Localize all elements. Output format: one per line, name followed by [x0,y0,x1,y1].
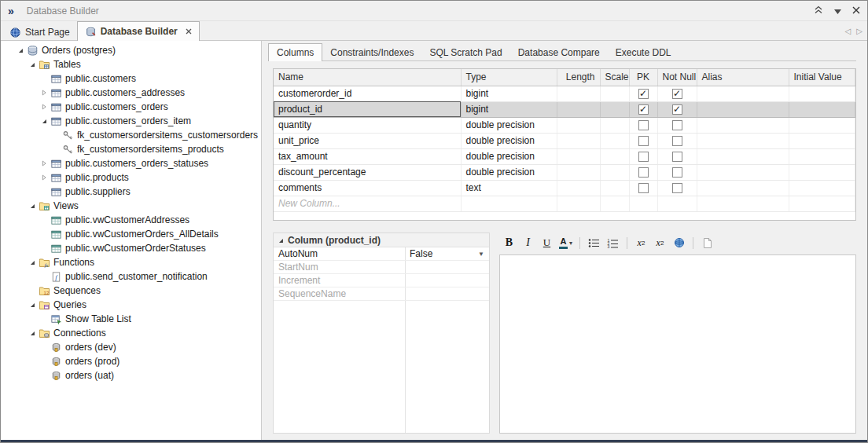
not-null-checkbox[interactable] [672,89,682,99]
close-frame-icon[interactable] [852,5,860,16]
cell-type[interactable]: double precision [461,148,557,164]
cell-scale[interactable] [600,133,629,148]
not-null-checkbox[interactable] [672,104,682,115]
cell-length[interactable] [557,117,600,133]
cell-length[interactable] [557,86,600,101]
tree-item-public-customers[interactable]: public.customers [1,71,261,86]
main-tab-constraints-indexes[interactable]: Constraints/Indexes [322,44,421,61]
tree-item-orders-dev[interactable]: orders (dev) [1,340,261,354]
cell-scale[interactable] [600,101,629,117]
expand-open-icon[interactable] [277,236,285,244]
cell-name[interactable]: quantity [274,117,461,133]
empty-cell[interactable] [789,196,855,211]
expand-closed-icon[interactable] [39,159,50,167]
column-header-initial-value[interactable]: Initial Value [789,69,855,86]
tree-item-functions[interactable]: fxFunctions [1,255,261,269]
cell-length[interactable] [557,180,600,196]
cell-scale[interactable] [600,164,629,180]
expand-open-icon[interactable] [39,117,50,125]
main-tab-execute-ddl[interactable]: Execute DDL [608,44,679,61]
tree-item-public-customers-orders-statuses[interactable]: public.customers_orders_statuses [1,156,261,170]
column-row-tax-amount[interactable]: tax_amountdouble precision [274,148,855,164]
pk-checkbox[interactable] [638,136,649,146]
bullet-list-button[interactable] [586,235,602,251]
cell-initial-value[interactable] [789,148,855,164]
main-tab-sql-scratch-pad[interactable]: SQL Scratch Pad [421,44,509,61]
expand-open-icon[interactable] [27,202,38,210]
column-header-scale[interactable]: Scale [600,69,629,86]
pk-checkbox[interactable] [638,89,649,99]
pk-checkbox[interactable] [638,167,649,178]
expand-closed-icon[interactable] [39,174,50,181]
not-null-checkbox[interactable] [672,120,682,130]
column-header-not-null[interactable]: Not Null [657,69,697,86]
not-null-checkbox[interactable] [672,136,682,146]
expand-open-icon[interactable] [27,329,38,337]
cell-initial-value[interactable] [789,86,855,101]
column-header-alias[interactable]: Alias [697,69,789,86]
cell-type[interactable]: text [461,180,557,196]
cell-name[interactable]: tax_amount [274,148,461,164]
numbered-list-button[interactable]: 123 [605,235,621,251]
property-row-startnum[interactable]: StartNum [274,261,489,274]
font-color-button[interactable]: A▾ [557,235,574,251]
property-value-cell[interactable]: False▼ [405,248,489,259]
tree-item-sequences[interactable]: 12Sequences [1,284,261,298]
scroll-tabs-left-icon[interactable]: ◁ [845,27,851,35]
subscript-button[interactable]: x2 [652,235,668,251]
column-row-comments[interactable]: commentstext [274,180,855,196]
cell-scale[interactable] [600,117,629,133]
cell-length[interactable] [557,148,600,164]
cell-type[interactable]: bigint [461,101,557,117]
cell-name[interactable]: unit_price [274,133,461,148]
expand-open-icon[interactable] [27,258,38,266]
pk-checkbox[interactable] [638,183,649,193]
main-tab-database-compare[interactable]: Database Compare [510,44,608,61]
tree-item-public-vwcustomerorderstatuses[interactable]: public.vwCustomerOrderStatuses [1,241,261,255]
column-row-product-id[interactable]: product_idbigint [274,101,855,117]
property-group-header[interactable]: Column (product_id) [274,233,489,247]
tree-item-public-customers-addresses[interactable]: public.customers_addresses [1,86,261,100]
cell-alias[interactable] [697,101,789,117]
expand-closed-icon[interactable] [39,89,50,97]
tree-item-show-table-list[interactable]: Show Table List [1,312,261,326]
property-row-sequencename[interactable]: SequenceName [274,287,489,301]
cell-initial-value[interactable] [789,117,855,133]
new-column-row[interactable]: New Column... [274,196,855,211]
cell-alias[interactable] [697,180,789,196]
cell-initial-value[interactable] [789,180,855,196]
empty-cell[interactable] [461,196,557,211]
tree-item-public-suppliers[interactable]: public.suppliers [1,185,261,199]
cell-initial-value[interactable] [789,164,855,180]
expand-open-icon[interactable] [27,60,38,68]
pk-checkbox[interactable] [638,104,649,115]
column-row-quantity[interactable]: quantitydouble precision [274,117,855,133]
cell-initial-value[interactable] [789,133,855,148]
cell-type[interactable]: double precision [461,117,557,133]
collapse-frame-icon[interactable] [814,5,823,16]
empty-cell[interactable] [697,196,789,211]
tab-close-icon[interactable] [186,28,192,35]
cell-length[interactable] [557,164,600,180]
empty-cell[interactable] [629,196,657,211]
expand-open-icon[interactable] [15,46,26,54]
notes-textarea[interactable] [499,254,856,434]
column-row-customerorder-id[interactable]: customerorder_idbigint [274,86,855,101]
hyperlink-button[interactable] [671,235,687,251]
column-header-length[interactable]: Length [557,69,600,86]
empty-cell[interactable] [600,196,629,211]
cell-name[interactable]: product_id [274,101,461,117]
bold-button[interactable]: B [501,235,517,251]
cell-name[interactable]: customerorder_id [274,86,461,101]
not-null-checkbox[interactable] [672,167,682,178]
expand-closed-icon[interactable] [39,103,50,111]
cell-length[interactable] [557,101,600,117]
tree-item-tables[interactable]: Tables [1,57,261,71]
cell-alias[interactable] [697,117,789,133]
dropdown-arrow-icon[interactable]: ▼ [476,251,486,258]
property-row-increment[interactable]: Increment [274,274,489,287]
scroll-tabs-right-icon[interactable]: ▷ [856,27,862,35]
underline-button[interactable]: U [539,235,555,251]
cell-name[interactable]: discount_percentage [274,164,461,180]
tree-item-public-send-customer-notification[interactable]: fpublic.send_customer_notification [1,269,261,284]
